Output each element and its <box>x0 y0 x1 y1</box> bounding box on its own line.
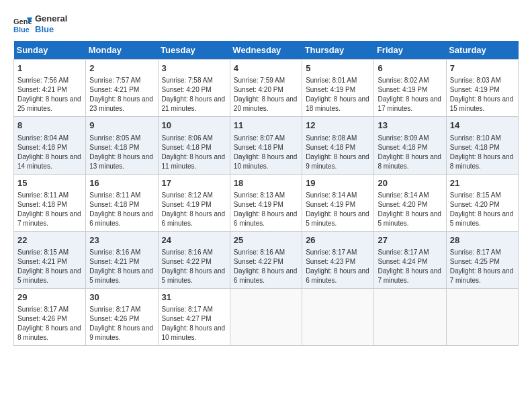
calendar-cell: 19Sunrise: 8:14 AMSunset: 4:19 PMDayligh… <box>302 174 374 231</box>
sunrise-text: Sunrise: 8:05 AM <box>89 134 140 142</box>
calendar-cell: 27Sunrise: 8:17 AMSunset: 4:24 PMDayligh… <box>374 231 446 288</box>
col-header-sunday: Sunday <box>14 41 86 60</box>
sunrise-text: Sunrise: 7:58 AM <box>162 77 213 84</box>
day-number: 18 <box>234 177 298 189</box>
day-number: 5 <box>306 62 370 75</box>
sunset-text: Sunset: 4:20 PM <box>234 86 283 93</box>
day-number: 2 <box>89 62 154 75</box>
sunrise-text: Sunrise: 8:06 AM <box>162 134 213 142</box>
day-number: 17 <box>162 177 226 189</box>
daylight-text: Daylight: 8 hours and 6 minutes. <box>234 210 298 227</box>
daylight-text: Daylight: 8 hours and 8 minutes. <box>378 153 441 170</box>
calendar-cell: 7Sunrise: 8:03 AMSunset: 4:19 PMDaylight… <box>446 60 518 117</box>
daylight-text: Daylight: 8 hours and 15 minutes. <box>450 95 514 112</box>
daylight-text: Daylight: 8 hours and 5 minutes. <box>89 267 153 284</box>
sunset-text: Sunset: 4:18 PM <box>306 144 355 151</box>
day-number: 4 <box>234 62 298 75</box>
sunset-text: Sunset: 4:18 PM <box>17 201 67 208</box>
day-number: 7 <box>450 62 515 75</box>
sunrise-text: Sunrise: 8:11 AM <box>17 191 69 199</box>
daylight-text: Daylight: 8 hours and 8 minutes. <box>450 153 514 170</box>
sunrise-text: Sunrise: 8:08 AM <box>306 134 357 142</box>
calendar-cell: 20Sunrise: 8:14 AMSunset: 4:20 PMDayligh… <box>374 174 446 231</box>
sunset-text: Sunset: 4:18 PM <box>162 144 212 151</box>
day-number: 13 <box>378 120 442 132</box>
day-number: 20 <box>378 177 442 189</box>
day-number: 24 <box>162 234 226 246</box>
sunset-text: Sunset: 4:19 PM <box>306 86 355 93</box>
sunset-text: Sunset: 4:19 PM <box>162 201 212 208</box>
daylight-text: Daylight: 8 hours and 7 minutes. <box>378 267 441 284</box>
sunrise-text: Sunrise: 8:16 AM <box>162 248 213 256</box>
calendar-cell: 14Sunrise: 8:10 AMSunset: 4:18 PMDayligh… <box>446 117 518 174</box>
logo-line2: Blue <box>35 24 67 35</box>
sunset-text: Sunset: 4:19 PM <box>306 201 355 208</box>
logo-icon: General Blue <box>13 15 32 34</box>
daylight-text: Daylight: 8 hours and 13 minutes. <box>89 153 153 170</box>
sunset-text: Sunset: 4:19 PM <box>234 201 283 208</box>
page-header: General Blue General Blue <box>13 13 519 34</box>
sunrise-text: Sunrise: 8:02 AM <box>378 77 429 84</box>
svg-text:Blue: Blue <box>13 26 30 34</box>
calendar-cell: 31Sunrise: 8:17 AMSunset: 4:27 PMDayligh… <box>158 288 230 345</box>
sunrise-text: Sunrise: 8:17 AM <box>89 306 140 313</box>
sunrise-text: Sunrise: 8:14 AM <box>306 191 357 199</box>
day-number: 8 <box>17 120 82 132</box>
sunrise-text: Sunrise: 7:56 AM <box>17 77 69 84</box>
calendar-cell: 21Sunrise: 8:15 AMSunset: 4:20 PMDayligh… <box>446 174 518 231</box>
daylight-text: Daylight: 8 hours and 17 minutes. <box>378 95 441 112</box>
daylight-text: Daylight: 8 hours and 11 minutes. <box>162 153 226 170</box>
day-number: 23 <box>89 234 154 246</box>
sunset-text: Sunset: 4:18 PM <box>89 144 139 151</box>
day-number: 6 <box>378 62 442 75</box>
calendar-cell: 12Sunrise: 8:08 AMSunset: 4:18 PMDayligh… <box>302 117 374 174</box>
daylight-text: Daylight: 8 hours and 6 minutes. <box>234 267 298 284</box>
day-number: 16 <box>89 177 154 189</box>
sunrise-text: Sunrise: 8:04 AM <box>17 134 69 142</box>
sunrise-text: Sunrise: 8:14 AM <box>378 191 429 199</box>
day-number: 11 <box>234 120 298 132</box>
daylight-text: Daylight: 8 hours and 7 minutes. <box>17 210 81 227</box>
sunrise-text: Sunrise: 8:17 AM <box>162 306 213 313</box>
day-number: 25 <box>234 234 298 246</box>
day-number: 3 <box>162 62 226 75</box>
calendar-cell: 2Sunrise: 7:57 AMSunset: 4:21 PMDaylight… <box>86 60 158 117</box>
sunset-text: Sunset: 4:26 PM <box>17 315 67 322</box>
sunset-text: Sunset: 4:20 PM <box>378 201 427 208</box>
sunset-text: Sunset: 4:19 PM <box>450 86 500 93</box>
daylight-text: Daylight: 8 hours and 6 minutes. <box>162 210 226 227</box>
daylight-text: Daylight: 8 hours and 10 minutes. <box>234 153 298 170</box>
calendar-cell: 18Sunrise: 8:13 AMSunset: 4:19 PMDayligh… <box>230 174 302 231</box>
sunset-text: Sunset: 4:18 PM <box>17 144 67 151</box>
col-header-monday: Monday <box>86 41 158 60</box>
day-number: 31 <box>162 291 226 304</box>
sunset-text: Sunset: 4:19 PM <box>378 86 427 93</box>
sunset-text: Sunset: 4:23 PM <box>306 258 355 265</box>
calendar-cell <box>302 288 374 345</box>
day-number: 14 <box>450 120 515 132</box>
daylight-text: Daylight: 8 hours and 7 minutes. <box>450 267 514 284</box>
daylight-text: Daylight: 8 hours and 5 minutes. <box>450 210 514 227</box>
calendar-cell: 5Sunrise: 8:01 AMSunset: 4:19 PMDaylight… <box>302 60 374 117</box>
calendar-cell: 1Sunrise: 7:56 AMSunset: 4:21 PMDaylight… <box>14 60 86 117</box>
calendar-cell <box>446 288 518 345</box>
sunrise-text: Sunrise: 8:01 AM <box>306 77 357 84</box>
daylight-text: Daylight: 8 hours and 25 minutes. <box>17 95 81 112</box>
sunset-text: Sunset: 4:18 PM <box>450 144 500 151</box>
sunset-text: Sunset: 4:24 PM <box>378 258 427 265</box>
daylight-text: Daylight: 8 hours and 9 minutes. <box>89 324 153 341</box>
day-number: 28 <box>450 234 515 246</box>
sunset-text: Sunset: 4:18 PM <box>89 201 139 208</box>
sunrise-text: Sunrise: 8:15 AM <box>450 191 501 199</box>
calendar-cell <box>374 288 446 345</box>
calendar-cell: 10Sunrise: 8:06 AMSunset: 4:18 PMDayligh… <box>158 117 230 174</box>
daylight-text: Daylight: 8 hours and 20 minutes. <box>234 95 298 112</box>
logo: General Blue General Blue <box>13 13 67 34</box>
daylight-text: Daylight: 8 hours and 5 minutes. <box>162 267 226 284</box>
sunrise-text: Sunrise: 8:13 AM <box>234 191 285 199</box>
calendar-cell: 15Sunrise: 8:11 AMSunset: 4:18 PMDayligh… <box>14 174 86 231</box>
calendar-cell: 30Sunrise: 8:17 AMSunset: 4:26 PMDayligh… <box>86 288 158 345</box>
day-number: 30 <box>89 291 154 304</box>
col-header-wednesday: Wednesday <box>230 41 302 60</box>
calendar-cell: 26Sunrise: 8:17 AMSunset: 4:23 PMDayligh… <box>302 231 374 288</box>
